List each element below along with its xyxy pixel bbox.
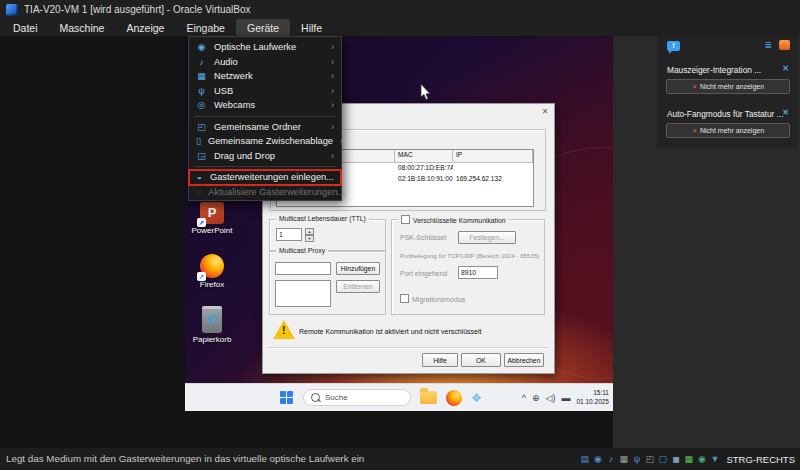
clock-date: 01.10.2025 [576,398,609,406]
shared-folder-icon: ◰ [196,122,207,132]
search-placeholder: Suche [325,393,348,402]
ok-button[interactable]: OK [461,353,501,367]
proxy-address-input[interactable] [275,262,331,275]
menu-separator [194,166,336,167]
column-header-ip[interactable]: IP [453,150,533,163]
menu-item-drag-und-drop[interactable]: ◲ Drag und Drop › [189,149,341,164]
ttl-input[interactable] [276,228,302,241]
volume-icon[interactable]: ◁) [546,393,556,403]
statusbar-message: Legt das Medium mit den Gasterweiterunge… [6,448,364,470]
dialog-separator [269,347,548,349]
taskbar-search[interactable]: Suche [303,389,411,406]
proxy-add-button[interactable]: Hinzufügen [336,262,380,275]
menu-eingabe[interactable]: Eingabe [175,19,236,36]
menu-item-audio[interactable]: ♪ Audio › [189,55,341,70]
sort-order-icon[interactable]: ≣ [764,40,772,50]
column-header-mac[interactable]: MAC [395,150,453,163]
menu-item-usb[interactable]: ψ USB › [189,84,341,99]
port-in-label: Port eingehend [400,270,447,277]
tray-chevron-icon[interactable]: ^ [522,393,526,403]
guest-additions-icon: ◒ [196,172,203,182]
submenu-arrow-icon: › [331,86,334,96]
menu-maschine[interactable]: Maschine [49,19,116,36]
dont-show-again-button[interactable]: ✕ Nicht mehr anzeigen [666,123,790,138]
submenu-arrow-icon: › [331,57,334,67]
menu-geraete[interactable]: Geräte [236,19,290,36]
menu-item-gemeinsame-ordner[interactable]: ◰ Gemeinsame Ordner › [189,120,341,135]
devices-menu: ◉ Optische Laufwerke › ♪ Audio › ▦ Netzw… [188,36,342,201]
ttl-spinner[interactable]: ▲▼ [305,228,314,241]
notification-title: Auto-Fangmodus für Tastatur ... [667,109,784,119]
warning-filter-icon[interactable] [779,40,790,50]
spinner-up-icon[interactable]: ▲ [305,228,314,235]
powerpoint-icon: P➚ [200,202,224,224]
menu-anzeige[interactable]: Anzeige [115,19,175,36]
window-title: TIA-V20-VM 1 [wird ausgeführt] - Oracle … [24,4,251,15]
dont-show-icon: ✕ [692,127,697,134]
cell-mac: 02:1B:1B:10:91:00 [395,174,453,185]
notification-bubble-icon: ! [667,41,680,51]
mouse-status-icon[interactable]: ◉ [696,453,707,465]
menubar: Datei Maschine Anzeige Eingabe Geräte Hi… [0,19,800,36]
desktop-icon-label: Firefox [185,280,241,289]
spinner-down-icon[interactable]: ▼ [305,235,314,242]
keyboard-status-icon[interactable]: ▼ [709,453,720,465]
start-button[interactable] [280,391,294,405]
network-status-icon[interactable]: ▦ [618,453,629,465]
menu-item-webcams[interactable]: ◎ Webcams › [189,98,341,113]
harddisk-status-icon[interactable]: ▤ [579,453,590,465]
audio-status-icon[interactable]: ♪ [605,453,616,465]
proxy-list[interactable] [275,280,331,307]
dont-show-again-button[interactable]: ✕ Nicht mehr anzeigen [666,79,790,94]
menu-item-optische-laufwerke[interactable]: ◉ Optische Laufwerke › [189,40,341,55]
multicast-proxy-label: Multicast Proxy [276,247,328,254]
proxy-remove-button[interactable]: Entfernen [336,280,380,293]
usb-status-icon[interactable]: ψ [631,453,642,465]
desktop-icon-powerpoint[interactable]: P➚ PowerPoint [185,202,241,235]
guest-additions-update-icon: ◌ [196,187,201,197]
menu-datei[interactable]: Datei [2,19,49,36]
clock-time: 15:11 [576,389,609,397]
notification-close-icon[interactable]: ✕ [782,108,789,117]
search-icon [311,393,320,402]
encrypted-communication-group: Verschlüsselte Kommunikation PSK-Schlüss… [391,219,545,315]
taskbar-clock[interactable]: 15:11 01.10.2025 [576,389,609,405]
port-in-input[interactable] [458,266,498,279]
features-status-icon[interactable]: ▦ [683,453,694,465]
virtualbox-window: TIA-V20-VM 1 [wird ausgeführt] - Oracle … [0,0,800,470]
desktop-icon-papierkorb[interactable]: ♻ Papierkorb [185,306,241,344]
file-explorer-icon[interactable] [420,391,437,404]
cell-mac: 08:00:27:1D:EB:7A [395,163,453,174]
help-button[interactable]: Hilfe [422,353,458,367]
network-icon: ▦ [196,71,207,81]
menu-item-gemeinsame-zwischenablage[interactable]: ▯ Gemeinsame Zwischenablage › [189,134,341,149]
submenu-arrow-icon: › [340,136,343,146]
cancel-button[interactable]: Abbrechen [504,353,544,367]
network-globe-icon[interactable]: ⊕ [532,393,540,403]
menu-separator [194,116,336,117]
menu-item-gasterweiterungen-einlegen[interactable]: ◒ Gasterweiterungen einlegen... [189,170,341,185]
display-status-icon[interactable]: ▢ [657,453,668,465]
pinned-app-icon[interactable]: ❖ [471,391,482,405]
battery-icon[interactable]: ▬ [561,393,570,403]
desktop-icon-firefox[interactable]: ➚ Firefox [185,254,241,289]
menu-item-aktualisiere-gasterweiterungen[interactable]: ◌ Aktualisiere Gasterweiterungen... [189,185,341,200]
menu-hilfe[interactable]: Hilfe [290,19,333,36]
usb-icon: ψ [196,86,207,96]
dialog-close-button[interactable]: ✕ [539,106,551,117]
psk-set-button[interactable]: Festlegen... [458,231,516,244]
migration-checkbox[interactable] [400,294,409,303]
recording-status-icon[interactable]: ◼ [670,453,681,465]
cell-ip [453,163,533,174]
multicast-ttl-label: Multicast Lebensdauer (TTL) [276,215,369,222]
encryption-checkbox[interactable] [401,215,410,224]
menu-item-netzwerk[interactable]: ▦ Netzwerk › [189,69,341,84]
optical-disc-icon: ◉ [196,42,207,52]
warning-icon: ! [273,320,295,339]
optical-drive-status-icon[interactable]: ◉ [592,453,603,465]
shared-folders-status-icon[interactable]: ◰ [644,453,655,465]
recycle-symbol-icon: ♻ [207,312,218,326]
notification-close-icon[interactable]: ✕ [782,64,789,73]
windows-taskbar: Suche ❖ ^ ⊕ ◁) ▬ 15:11 01.10.2025 [185,383,613,411]
firefox-taskbar-icon[interactable] [446,390,462,406]
